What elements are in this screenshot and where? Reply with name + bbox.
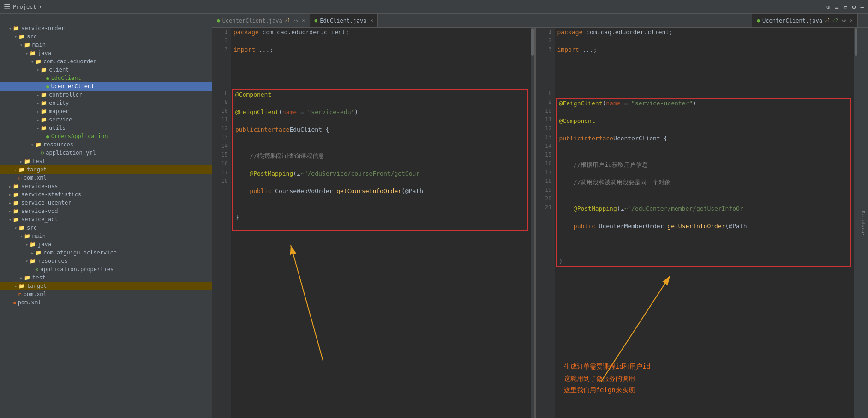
arrow-icon [30,142,35,147]
tree-item-service-oss[interactable]: 📁 service-oss [0,182,212,190]
minimize-icon[interactable]: — [861,3,864,11]
folder-icon: 📁 [41,67,47,73]
tree-item-main[interactable]: 📁 main [0,41,212,49]
tree-item-edu-client[interactable]: ● EduClient [0,74,212,82]
tree-item-test-acl[interactable]: 📁 test [0,273,212,282]
tree-item-com-atguigu[interactable]: 📁 com.atguigu.aclservice [0,248,212,257]
xml-icon: m [18,175,22,181]
tree-item-service[interactable]: 📁 service [0,115,212,124]
project-label: Project [13,4,36,10]
database-side-strip[interactable]: Database [858,28,868,418]
warning-icon: ⚠1 [825,18,830,23]
arrow-icon [13,284,18,289]
arrow-icon [7,209,13,214]
tree-item-service-acl[interactable]: 📁 service_acl [0,215,212,224]
folder-icon: 📁 [18,225,25,231]
arrow-icon [35,117,41,122]
tree-item-app-props[interactable]: ⚙ application.properties [0,265,212,273]
sidebar: 📁 service-order 📁 src 📁 main 📁 java 📁 co… [0,14,212,418]
left-code-content[interactable]: package com.caq.eduorder.client; import … [231,28,531,418]
left-annotation-area [231,231,531,398]
folder-icon: 📁 [41,109,47,115]
tree-item-orders-app[interactable]: ● OrdersApplication [0,132,212,140]
left-scrollbar[interactable] [531,28,534,418]
tab-close-icon[interactable]: × [850,18,853,23]
folder-icon: 📁 [24,42,30,48]
tree-item-controller[interactable]: 📁 controller [0,91,212,99]
arrow-icon [24,242,30,247]
tree-item-service-stats[interactable]: 📁 service-statistics [0,190,212,199]
right-code-content[interactable]: package com.caq.eduorder.client; import … [555,28,855,418]
tree-item-main-acl[interactable]: 📁 main [0,232,212,240]
right-scrollbar[interactable] [854,28,858,418]
spring-icon: ● [46,75,49,81]
xml-icon: m [18,291,22,297]
tree-item-project-root [0,14,212,24]
arrow-icon [7,26,13,31]
tree-item-service-vod[interactable]: 📁 service-vod [0,207,212,215]
spring-tab-icon: ● [217,18,220,24]
folder-icon: 📁 [41,117,47,123]
tree-item-service-order[interactable]: 📁 service-order [0,24,212,32]
arrow-icon [7,192,13,197]
arrow-icon [35,67,41,73]
settings-icon[interactable]: ⚙ [852,3,856,11]
tree-item-target-acl[interactable]: 📁 target [0,282,212,290]
tree-item-test[interactable]: 📁 test [0,157,212,165]
arrow-icon [35,109,41,114]
right-editor-panel: 1 2 3 8 9 10 11 12 13 14 15 [536,28,858,418]
folder-icon: 📁 [13,25,19,31]
arrow-icon [13,167,18,172]
arrow-icon [35,101,41,106]
tree-item-src-acl[interactable]: 📁 src [0,224,212,232]
tree-item-entity[interactable]: 📁 entity [0,99,212,107]
tab-close-icon[interactable]: × [370,18,373,23]
chevron-down-icon[interactable]: ▾ [39,4,42,9]
annotation-line-1: 生成订单需要课程id和用户id [564,361,651,372]
tree-item-resources-acl[interactable]: 📁 resources [0,257,212,265]
globe-icon[interactable]: ⊕ [826,3,830,11]
tree-item-service-ucenter[interactable]: 📁 service-ucenter [0,199,212,207]
tab-label: EduClient.java [320,18,366,24]
swap-icon[interactable]: ⇄ [844,3,847,11]
folder-icon: 📁 [13,208,19,214]
folder-icon: 📁 [18,167,25,173]
tree-item-pom-xml-root[interactable]: m pom.xml [0,298,212,307]
tree-item-pom-xml[interactable]: m pom.xml [0,174,212,182]
folder-icon: 📁 [35,250,42,256]
arrow-icon [30,59,35,64]
tab-ucenter-client-left[interactable]: ● UcenterClient.java ⚠1 ∧∨ × [212,14,310,27]
tree-item-src[interactable]: 📁 src [0,32,212,41]
tree-item-app-yml[interactable]: ⚙ application.yml [0,149,212,157]
tree-item-resources[interactable]: 📁 resources [0,140,212,149]
hamburger-icon[interactable]: ☰ [4,2,10,11]
spring-icon: ● [46,133,49,139]
tree-item-mapper[interactable]: 📁 mapper [0,107,212,115]
tree-item-client[interactable]: 📁 client [0,66,212,74]
tree-item-ucenter-client[interactable]: ● UcenterClient [0,82,212,91]
arrow-icon [7,184,13,189]
tree-item-com-caq[interactable]: 📁 com.caq.eduorder [0,57,212,66]
tree-item-target[interactable]: 📁 target [0,165,212,174]
list-icon[interactable]: ≡ [835,3,838,11]
arrow-icon [18,234,24,239]
tab-label: UcenterClient.java [762,18,822,24]
folder-icon: 📁 [35,59,42,65]
editors-split: 1 2 3 8 9 10 11 12 13 14 15 [212,28,868,418]
tab-close-icon[interactable]: × [302,18,305,23]
tab-edu-client[interactable]: ● EduClient.java × [310,14,378,27]
database-label: Database [860,211,866,235]
tab-ucenter-client-right[interactable]: ● UcenterClient.java ⚠1 ✓2 ∧∨ × [752,14,858,27]
spring-tab-icon: ● [757,18,760,24]
left-code-area: 1 2 3 8 9 10 11 12 13 14 15 [212,28,534,418]
tree-item-utils[interactable]: 📁 utils [0,124,212,132]
folder-icon: 📁 [30,50,36,56]
tree-item-java[interactable]: 📁 java [0,49,212,57]
folder-icon: 📁 [24,275,30,281]
folder-icon: 📁 [13,217,19,223]
tree-item-java-acl[interactable]: 📁 java [0,240,212,248]
check-icon: ✓2 [832,18,838,23]
tab-spacer-left [378,14,752,27]
tree-item-pom-xml-acl[interactable]: m pom.xml [0,290,212,298]
right-line-numbers: 1 2 3 8 9 10 11 12 13 14 15 [536,28,555,418]
